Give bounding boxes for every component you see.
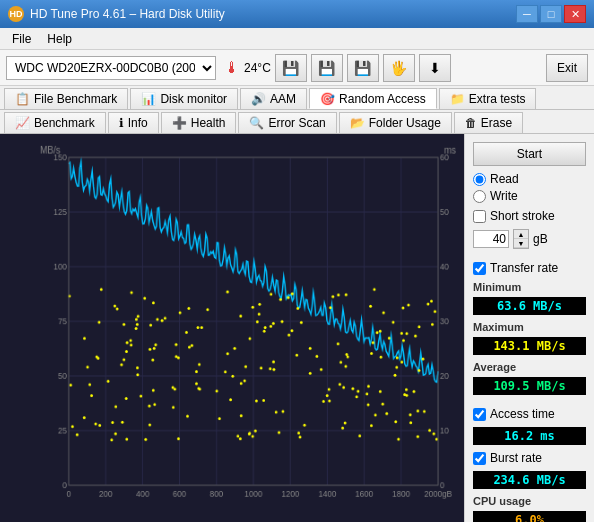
tab-aam[interactable]: 🔊 AAM [240, 88, 307, 109]
aam-icon: 🔊 [251, 92, 266, 106]
title-bar: HD HD Tune Pro 4.61 – Hard Disk Utility … [0, 0, 594, 28]
short-stroke-input[interactable] [473, 230, 509, 248]
cpu-value: 6.0% [473, 511, 586, 522]
write-radio-label[interactable]: Write [473, 189, 586, 203]
content-area: Start Read Write Short stroke ▲ ▼ [0, 134, 594, 522]
maximum-stat: Maximum 143.1 MB/s [473, 321, 586, 355]
tabs-row-2: 📈 Benchmark ℹ Info ➕ Health 🔍 Error Scan… [0, 110, 594, 134]
minimum-value: 63.6 MB/s [473, 297, 586, 315]
extra-tests-icon: 📁 [450, 92, 465, 106]
average-value: 109.5 MB/s [473, 377, 586, 395]
tab-error-scan[interactable]: 🔍 Error Scan [238, 112, 336, 133]
temperature-display: 24°C [244, 61, 271, 75]
cpu-stat: CPU usage 6.0% [473, 495, 586, 522]
short-stroke-row: ▲ ▼ gB [473, 229, 586, 249]
erase-icon: 🗑 [465, 116, 477, 130]
transfer-rate-label[interactable]: Transfer rate [473, 261, 586, 275]
access-time-checkbox[interactable] [473, 408, 486, 421]
health-icon: ➕ [172, 116, 187, 130]
window-title: HD Tune Pro 4.61 – Hard Disk Utility [30, 7, 225, 21]
minimize-button[interactable]: ─ [516, 5, 538, 23]
random-access-icon: 🎯 [320, 92, 335, 106]
menu-file[interactable]: File [4, 30, 39, 48]
stroke-up-btn[interactable]: ▲ [514, 230, 528, 239]
short-stroke-checkbox[interactable] [473, 210, 486, 223]
tab-file-benchmark[interactable]: 📋 File Benchmark [4, 88, 128, 109]
toolbar-btn-4[interactable]: 🖐 [383, 54, 415, 82]
tab-erase[interactable]: 🗑 Erase [454, 112, 523, 133]
write-radio[interactable] [473, 190, 486, 203]
read-radio[interactable] [473, 173, 486, 186]
benchmark-chart [40, 142, 456, 514]
transfer-rate-checkbox[interactable] [473, 262, 486, 275]
toolbar: WDC WD20EZRX-00DC0B0 (2000 gB) 🌡 24°C 💾 … [0, 50, 594, 86]
access-time-value: 16.2 ms [473, 427, 586, 445]
menu-help[interactable]: Help [39, 30, 80, 48]
thermometer-icon: 🌡 [224, 59, 240, 77]
read-write-radio-group: Read Write [473, 172, 586, 203]
tab-health[interactable]: ➕ Health [161, 112, 237, 133]
toolbar-btn-3[interactable]: 💾 [347, 54, 379, 82]
tab-disk-monitor[interactable]: 📊 Disk monitor [130, 88, 238, 109]
access-time-label[interactable]: Access time [473, 407, 586, 421]
burst-rate-checkbox[interactable] [473, 452, 486, 465]
burst-rate-label[interactable]: Burst rate [473, 451, 586, 465]
maximize-button[interactable]: □ [540, 5, 562, 23]
benchmark-icon: 📈 [15, 116, 30, 130]
stroke-down-btn[interactable]: ▼ [514, 239, 528, 248]
burst-rate-value: 234.6 MB/s [473, 471, 586, 489]
chart-area [0, 134, 464, 522]
maximum-value: 143.1 MB/s [473, 337, 586, 355]
read-radio-label[interactable]: Read [473, 172, 586, 186]
drive-selector[interactable]: WDC WD20EZRX-00DC0B0 (2000 gB) [6, 56, 216, 80]
error-scan-icon: 🔍 [249, 116, 264, 130]
tabs-row-1: 📋 File Benchmark 📊 Disk monitor 🔊 AAM 🎯 … [0, 86, 594, 110]
right-panel: Start Read Write Short stroke ▲ ▼ [464, 134, 594, 522]
tab-folder-usage[interactable]: 📂 Folder Usage [339, 112, 452, 133]
disk-monitor-icon: 📊 [141, 92, 156, 106]
info-icon: ℹ [119, 116, 124, 130]
tab-extra-tests[interactable]: 📁 Extra tests [439, 88, 537, 109]
file-benchmark-icon: 📋 [15, 92, 30, 106]
minimum-stat: Minimum 63.6 MB/s [473, 281, 586, 315]
tab-random-access[interactable]: 🎯 Random Access [309, 88, 437, 109]
tab-info[interactable]: ℹ Info [108, 112, 159, 133]
close-button[interactable]: ✕ [564, 5, 586, 23]
short-stroke-label[interactable]: Short stroke [473, 209, 586, 223]
exit-button[interactable]: Exit [546, 54, 588, 82]
toolbar-btn-1[interactable]: 💾 [275, 54, 307, 82]
start-button[interactable]: Start [473, 142, 586, 166]
stroke-spinner: ▲ ▼ [513, 229, 529, 249]
menu-bar: File Help [0, 28, 594, 50]
toolbar-btn-5[interactable]: ⬇ [419, 54, 451, 82]
average-stat: Average 109.5 MB/s [473, 361, 586, 395]
app-icon: HD [8, 6, 24, 22]
toolbar-btn-2[interactable]: 💾 [311, 54, 343, 82]
tab-benchmark[interactable]: 📈 Benchmark [4, 112, 106, 133]
folder-usage-icon: 📂 [350, 116, 365, 130]
